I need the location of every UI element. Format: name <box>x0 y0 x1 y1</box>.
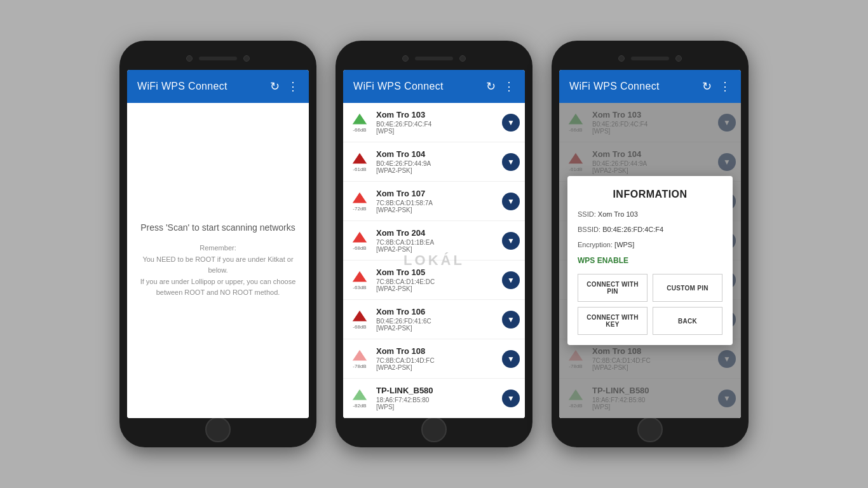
phone-1-camera <box>186 55 193 62</box>
phone-3-screen: WiFi WPS Connect ↻ ⋮ -66dB Xom Tro 103 B… <box>559 70 741 418</box>
signal-container: -63dB <box>348 269 371 290</box>
network-enc: [WPA2-PSK] <box>376 285 502 292</box>
dialog-enc-row: Encryption: [WPS] <box>578 241 722 248</box>
svg-marker-7 <box>352 389 367 400</box>
expand-button[interactable]: ▼ <box>502 390 520 407</box>
network-item[interactable]: -63dB Xom Tro 105 7C:8B:CA:D1:4E:DC [WPA… <box>343 261 525 300</box>
phone-2-more-icon[interactable]: ⋮ <box>503 79 515 93</box>
phone-3-appbar-actions: ↻ ⋮ <box>702 79 731 93</box>
dialog-bssid-row: BSSID: B0:4E:26:FD:4C:F4 <box>578 226 722 233</box>
network-item[interactable]: -68dB Xom Tro 106 B0:4E:26:FD:41:6C [WPA… <box>343 300 525 339</box>
network-info: Xom Tro 103 B0:4E:26:FD:4C:F4 [WPS] <box>376 110 502 135</box>
signal-strength: -66dB <box>353 127 366 133</box>
dialog-title: INFORMATION <box>578 189 722 200</box>
custom-pin-button[interactable]: CUSTOM PIN <box>653 274 722 302</box>
network-enc: [WPA2-PSK] <box>376 246 502 253</box>
back-button[interactable]: BACK <box>653 307 722 335</box>
phone-3-appbar: WiFi WPS Connect ↻ ⋮ <box>559 70 741 103</box>
network-item[interactable]: -78dB Xom Tro 108 7C:8B:CA:D1:4D:FC [WPA… <box>343 339 525 379</box>
phone-2-appbar: WiFi WPS Connect ↻ ⋮ <box>343 70 525 103</box>
expand-button[interactable]: ▼ <box>502 311 520 329</box>
signal-container: -82dB <box>348 388 371 409</box>
phone-2-home-btn[interactable] <box>421 417 447 442</box>
phone-3-refresh-icon[interactable]: ↻ <box>702 79 712 93</box>
network-name: Xom Tro 108 <box>376 346 502 356</box>
expand-button[interactable]: ▼ <box>502 153 520 171</box>
connect-with-pin-button[interactable]: CONNECT WITH PIN <box>578 274 648 302</box>
network-info: TP-LINK_B580 18:A6:F7:42:B5:80 [WPS] <box>376 386 502 410</box>
phone-2-network-list: LOKÁL -66dB Xom Tro 103 B0:4E:26:FD:4C:F… <box>343 103 525 418</box>
phone-1-more-icon[interactable]: ⋮ <box>287 79 299 93</box>
svg-marker-2 <box>352 192 367 203</box>
phone-1-speaker <box>199 57 237 60</box>
dialog-enc-label: Encryption: [WPS] <box>578 241 722 248</box>
network-info: Xom Tro 204 7C:8B:CA:D1:1B:EA [WPA2-PSK] <box>376 228 502 253</box>
phone-2-speaker <box>415 57 453 60</box>
signal-container: -68dB <box>348 309 371 330</box>
network-enc: [WPS] <box>376 403 502 410</box>
phone-3-home-btn[interactable] <box>637 417 663 442</box>
signal-container: -61dB <box>348 151 371 172</box>
svg-marker-0 <box>352 113 367 125</box>
phone-1-refresh-icon[interactable]: ↻ <box>270 79 280 93</box>
connect-with-key-button[interactable]: CONNECT WITH KEY <box>578 307 648 335</box>
network-info: Xom Tro 104 B0:4E:26:FD:44:9A [WPA2-PSK] <box>376 149 502 174</box>
phone-2-refresh-icon[interactable]: ↻ <box>486 79 496 93</box>
phone-2-appbar-actions: ↻ ⋮ <box>486 79 515 93</box>
phone-2-screen: WiFi WPS Connect ↻ ⋮ LOKÁL -66dB Xom Tro… <box>343 70 525 418</box>
expand-button[interactable]: ▼ <box>502 114 520 132</box>
expand-button[interactable]: ▼ <box>502 271 520 289</box>
network-info: Xom Tro 108 7C:8B:CA:D1:4D:FC [WPA2-PSK] <box>376 346 502 371</box>
signal-strength: -68dB <box>353 324 366 330</box>
phone-2-app-title: WiFi WPS Connect <box>353 81 444 92</box>
phone-2: WiFi WPS Connect ↻ ⋮ LOKÁL -66dB Xom Tro… <box>336 41 532 447</box>
network-item[interactable]: -72dB Xom Tro 107 7C:8B:CA:D1:58:7A [WPA… <box>343 182 525 221</box>
signal-strength: -78dB <box>353 363 366 369</box>
network-item[interactable]: -82dB TP-LINK_B580 18:A6:F7:42:B5:80 [WP… <box>343 379 525 418</box>
network-item[interactable]: -68dB Xom Tro 204 7C:8B:CA:D1:1B:EA [WPA… <box>343 221 525 261</box>
network-item[interactable]: -66dB Xom Tro 103 B0:4E:26:FD:4C:F4 [WPS… <box>343 103 525 142</box>
network-name: Xom Tro 106 <box>376 307 502 316</box>
expand-button[interactable]: ▼ <box>502 350 520 368</box>
signal-strength: -82dB <box>353 403 366 409</box>
phone-2-camera-2 <box>459 55 466 62</box>
dialog-ssid-label: SSID: Xom Tro 103 <box>578 210 722 218</box>
network-enc: [WPA2-PSK] <box>376 167 502 174</box>
dialog-bssid-label: BSSID: B0:4E:26:FD:4C:F4 <box>578 226 722 233</box>
network-name: Xom Tro 104 <box>376 149 502 159</box>
svg-marker-3 <box>352 231 367 243</box>
network-name: Xom Tro 204 <box>376 228 502 238</box>
empty-state: Press 'Scan' to start scanning networks … <box>127 103 309 418</box>
phone-3-speaker <box>631 57 669 60</box>
dialog-wps-status: WPS ENABLE <box>578 256 722 265</box>
expand-button[interactable]: ▼ <box>502 193 520 210</box>
network-name: TP-LINK_B580 <box>376 386 502 395</box>
signal-strength: -72dB <box>353 206 366 212</box>
phone-1-content: Press 'Scan' to start scanning networks … <box>127 103 309 418</box>
phone-1-appbar: WiFi WPS Connect ↻ ⋮ <box>127 70 309 103</box>
network-info: Xom Tro 107 7C:8B:CA:D1:58:7A [WPA2-PSK] <box>376 189 502 214</box>
phone-3-more-icon[interactable]: ⋮ <box>719 79 731 93</box>
phone-3-bottom-bar <box>559 423 741 436</box>
phone-1-camera-2 <box>243 55 250 62</box>
dialog-overlay: INFORMATION SSID: Xom Tro 103 BSSID: B0:… <box>559 103 741 418</box>
svg-marker-1 <box>352 152 367 164</box>
phone-2-top-bar <box>343 52 525 65</box>
phone-3-content: -66dB Xom Tro 103 B0:4E:26:FD:4C:F4 [WPS… <box>559 103 741 418</box>
dialog-ssid-value: Xom Tro 103 <box>598 210 638 218</box>
dialog-ssid-row: SSID: Xom Tro 103 <box>578 210 722 218</box>
phone-1-appbar-actions: ↻ ⋮ <box>270 79 299 93</box>
phone-1-screen: WiFi WPS Connect ↻ ⋮ Press 'Scan' to sta… <box>127 70 309 418</box>
phone-1-home-btn[interactable] <box>205 417 231 442</box>
svg-marker-5 <box>352 310 367 322</box>
network-mac: B0:4E:26:FD:4C:F4 <box>376 121 502 128</box>
signal-strength: -63dB <box>353 285 366 290</box>
network-enc: [WPA2-PSK] <box>376 364 502 371</box>
dialog-buttons-row2: CONNECT WITH KEY BACK <box>578 307 722 335</box>
network-enc: [WPA2-PSK] <box>376 207 502 214</box>
info-dialog: INFORMATION SSID: Xom Tro 103 BSSID: B0:… <box>567 176 733 345</box>
signal-container: -72dB <box>348 191 371 212</box>
expand-button[interactable]: ▼ <box>502 232 520 250</box>
signal-strength: -61dB <box>353 166 366 172</box>
network-item[interactable]: -61dB Xom Tro 104 B0:4E:26:FD:44:9A [WPA… <box>343 142 525 182</box>
